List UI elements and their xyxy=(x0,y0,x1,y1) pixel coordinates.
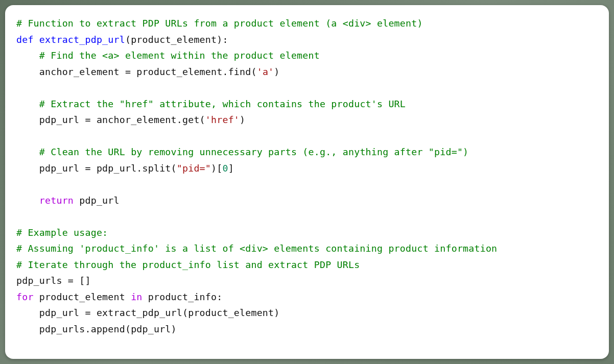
keyword-in: in xyxy=(131,292,142,302)
comment-line: # Clean the URL by removing unnecessary … xyxy=(39,147,468,157)
string-literal: "pid=" xyxy=(177,163,211,174)
number-literal: 0 xyxy=(222,163,228,174)
code-text: )[ xyxy=(211,163,222,174)
code-text: ] xyxy=(228,163,234,174)
comment-line: # Iterate through the product_info list … xyxy=(16,259,360,270)
keyword-return: return xyxy=(39,195,74,206)
string-literal: 'a' xyxy=(257,66,274,77)
params: (product_element): xyxy=(125,34,228,45)
keyword-def: def xyxy=(16,34,34,45)
code-block: # Function to extract PDP URLs from a pr… xyxy=(16,15,598,337)
function-name: extract_pdp_url xyxy=(39,34,125,45)
code-text: pdp_url = anchor_element.get( xyxy=(39,114,205,125)
comment-line: # Extract the "href" attribute, which co… xyxy=(39,99,406,109)
code-text: product_element xyxy=(34,292,131,302)
comment-line: # Example usage: xyxy=(16,227,108,238)
code-text: pdp_url = extract_pdp_url(product_elemen… xyxy=(39,307,280,318)
comment-line: # Find the <a> element within the produc… xyxy=(39,50,320,61)
string-literal: 'href' xyxy=(205,114,240,125)
code-text: pdp_urls.append(pdp_url) xyxy=(39,324,177,334)
comment-line: # Assuming 'product_info' is a list of <… xyxy=(16,243,497,254)
code-text: pdp_url xyxy=(74,195,120,206)
code-text: pdp_urls = [] xyxy=(16,275,91,286)
code-text: ) xyxy=(274,66,279,77)
code-text: ) xyxy=(240,114,245,125)
comment-line: # Function to extract PDP URLs from a pr… xyxy=(16,18,423,29)
keyword-for: for xyxy=(16,292,34,302)
code-text: anchor_element = product_element.find( xyxy=(39,66,257,77)
code-card: # Function to extract PDP URLs from a pr… xyxy=(5,5,609,359)
code-text: product_info: xyxy=(143,292,223,302)
code-text: pdp_url = pdp_url.split( xyxy=(39,163,177,174)
